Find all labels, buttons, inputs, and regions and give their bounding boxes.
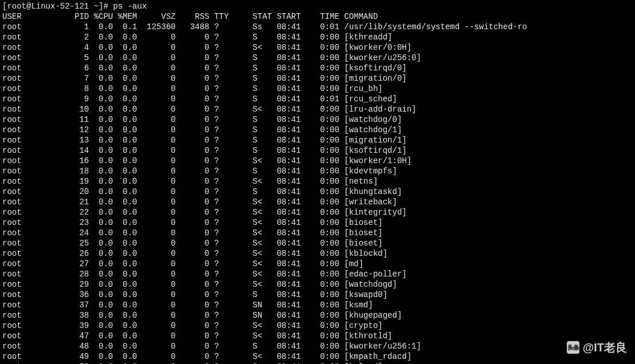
process-row: root 10 0.0 0.0 0 0 ? S< 08:41 0:00 [lru… [2, 104, 633, 114]
watermark-text: @IT老良 [583, 342, 627, 353]
process-row: root 6 0.0 0.0 0 0 ? S 08:41 0:00 [ksoft… [2, 63, 633, 73]
process-row: root 47 0.0 0.0 0 0 ? S< 08:41 0:00 [kth… [2, 331, 633, 341]
process-row: root 12 0.0 0.0 0 0 ? S 08:41 0:00 [watc… [2, 125, 633, 135]
process-row: root 1 0.0 0.1 125360 3488 ? Ss 08:41 0:… [2, 22, 633, 32]
process-row: root 11 0.0 0.0 0 0 ? S 08:41 0:00 [watc… [2, 114, 633, 125]
watermark: 头条 @IT老良 [567, 341, 627, 354]
process-row: root 37 0.0 0.0 0 0 ? SN 08:41 0:00 [ksm… [2, 300, 633, 310]
process-row: root 16 0.0 0.0 0 0 ? S< 08:41 0:00 [kwo… [2, 156, 633, 166]
process-row: root 29 0.0 0.0 0 0 ? S< 08:41 0:00 [wat… [2, 279, 633, 290]
process-row: root 36 0.0 0.0 0 0 ? S 08:41 0:00 [kswa… [2, 290, 633, 300]
process-row: root 25 0.0 0.0 0 0 ? S< 08:41 0:00 [bio… [2, 238, 633, 248]
process-row: root 20 0.0 0.0 0 0 ? S 08:41 0:00 [khun… [2, 187, 633, 197]
process-row: root 14 0.0 0.0 0 0 ? S 08:41 0:00 [ksof… [2, 145, 633, 156]
process-row: root 7 0.0 0.0 0 0 ? S 08:41 0:00 [migra… [2, 73, 633, 84]
process-row: root 39 0.0 0.0 0 0 ? S< 08:41 0:00 [cry… [2, 321, 633, 331]
process-row: root 13 0.0 0.0 0 0 ? S 08:41 0:00 [migr… [2, 135, 633, 145]
process-row: root 2 0.0 0.0 0 0 ? S 08:41 0:00 [kthre… [2, 32, 633, 42]
process-row: root 22 0.0 0.0 0 0 ? S< 08:41 0:00 [kin… [2, 207, 633, 217]
process-row: root 4 0.0 0.0 0 0 ? S< 08:41 0:00 [kwor… [2, 42, 633, 53]
process-row: root 24 0.0 0.0 0 0 ? S< 08:41 0:00 [bio… [2, 228, 633, 238]
process-row: root 26 0.0 0.0 0 0 ? S< 08:41 0:00 [kbl… [2, 248, 633, 259]
process-table-header: USER PID %CPU %MEM VSZ RSS TTY STAT STAR… [2, 11, 633, 22]
process-row: root 9 0.0 0.0 0 0 ? S 08:41 0:01 [rcu_s… [2, 94, 633, 104]
command-prompt: [root@Linux-52-121 ~]# ps -aux [2, 1, 633, 11]
watermark-icon: 头条 [567, 341, 579, 354]
process-row: root 19 0.0 0.0 0 0 ? S< 08:41 0:00 [net… [2, 176, 633, 187]
process-row: root 48 0.0 0.0 0 0 ? S 08:41 0:00 [kwor… [2, 341, 633, 351]
process-row: root 27 0.0 0.0 0 0 ? S< 08:41 0:00 [md] [2, 259, 633, 269]
process-row: root 23 0.0 0.0 0 0 ? S< 08:41 0:00 [bio… [2, 217, 633, 228]
process-row: root 28 0.0 0.0 0 0 ? S< 08:41 0:00 [eda… [2, 269, 633, 279]
process-row: root 5 0.0 0.0 0 0 ? S 08:41 0:00 [kwork… [2, 53, 633, 63]
terminal-output[interactable]: [root@Linux-52-121 ~]# ps -auxUSER PID %… [2, 1, 633, 364]
process-row: root 49 0.0 0.0 0 0 ? S< 08:41 0:00 [kmp… [2, 351, 633, 362]
process-row: root 8 0.0 0.0 0 0 ? S 08:41 0:00 [rcu_b… [2, 84, 633, 94]
process-row: root 38 0.0 0.0 0 0 ? SN 08:41 0:00 [khu… [2, 310, 633, 321]
process-row: root 21 0.0 0.0 0 0 ? S< 08:41 0:00 [wri… [2, 197, 633, 207]
process-row: root 50 0.0 0.0 0 0 ? S< 08:41 0:00 [kal… [2, 362, 633, 364]
process-row: root 18 0.0 0.0 0 0 ? S 08:41 0:00 [kdev… [2, 166, 633, 176]
